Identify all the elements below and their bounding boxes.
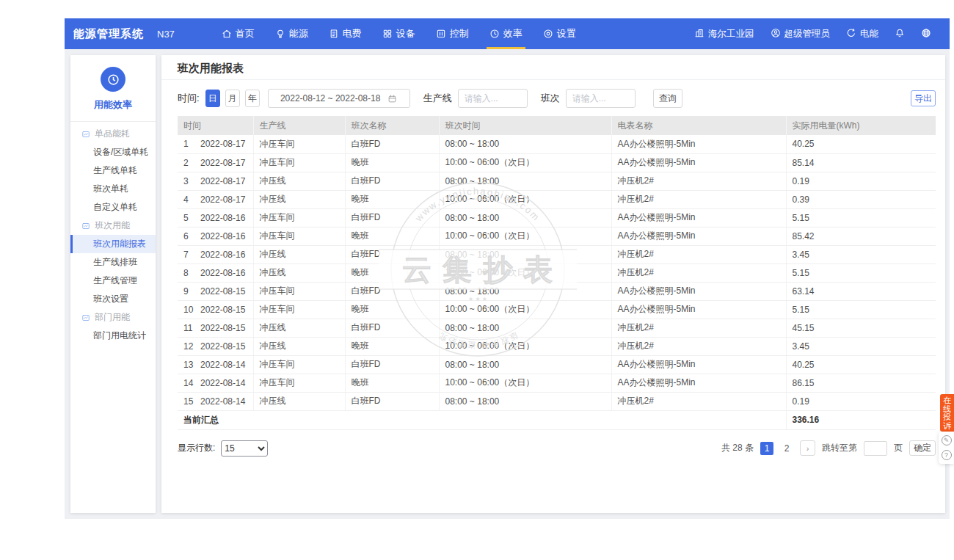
nav-item-设置[interactable]: 设置 [533, 18, 586, 49]
table-row[interactable]: 132022-08-14冲压车间白班FD08:00 ~ 18:00AA办公楼照明… [178, 355, 936, 374]
table-footer: 显示行数: 15 共 28 条 12 › 跳转至第 页 确定 [178, 440, 936, 457]
nav-item-能源[interactable]: 能源 [265, 18, 318, 49]
nav-right-超级管理员[interactable]: 超级管理员 [762, 28, 839, 40]
service-icon[interactable]: ✎ [942, 435, 952, 446]
date-range-picker[interactable]: 2022-08-12 ~ 2022-08-18 [268, 89, 410, 108]
cell-line: 冲压车间 [253, 227, 345, 245]
page-button-2[interactable]: 2 [780, 442, 793, 455]
table-row[interactable]: 82022-08-16冲压线晚班10:00 ~ 06:00（次日）冲压机2#5.… [178, 263, 936, 282]
cell-date: 32022-08-17 [178, 172, 253, 190]
sidebar-group-label: 单品能耗 [95, 128, 130, 140]
granularity-日-button[interactable]: 日 [205, 90, 220, 107]
efficiency-clock-icon [101, 67, 125, 92]
cell-line: 冲压车间 [253, 208, 345, 227]
sidebar-item-label: 自定义单耗 [93, 201, 137, 214]
jump-page-input[interactable] [864, 441, 887, 456]
sidebar-item-部门用电统计[interactable]: 部门用电统计 [70, 327, 156, 345]
sidebar-group-单品能耗[interactable]: 单品能耗 [70, 125, 156, 143]
export-button[interactable]: 导出 [911, 90, 936, 106]
sidebar-item-生产线单耗[interactable]: 生产线单耗 [70, 161, 156, 180]
row-number: 7 [183, 250, 195, 260]
control-icon [436, 29, 446, 39]
line-filter-input[interactable] [458, 89, 528, 108]
sidebar-item-设备/区域单耗[interactable]: 设备/区域单耗 [70, 143, 156, 161]
next-page-button[interactable]: › [800, 440, 815, 456]
main-content: 班次用能报表 时间: 日月年 2022-08-12 ~ 2022-08-18 生… [161, 55, 945, 513]
cell-shift: 晚班 [345, 153, 439, 172]
nav-item-label: 控制 [450, 27, 469, 40]
cell-date: 42022-08-17 [178, 190, 253, 208]
gear-icon [543, 29, 553, 39]
sidebar-group-班次用能[interactable]: 班次用能 [70, 217, 156, 235]
table-row[interactable]: 122022-08-15冲压线晚班10:00 ~ 06:00（次日）冲压机2#3… [178, 337, 936, 355]
cell-kwh: 3.45 [786, 337, 936, 355]
table-row[interactable]: 32022-08-17冲压线白班FD08:00 ~ 18:00冲压机2#0.19 [178, 172, 936, 190]
cell-time: 10:00 ~ 06:00（次日） [439, 337, 611, 355]
shift-filter-label: 班次 [541, 92, 560, 105]
shift-filter-input[interactable] [566, 89, 636, 108]
cell-kwh: 0.39 [786, 190, 936, 208]
granularity-月-button[interactable]: 月 [225, 90, 240, 107]
page-button-1[interactable]: 1 [760, 442, 773, 455]
table-row[interactable]: 42022-08-17冲压线晚班10:00 ~ 06:00（次日）冲压机2#0.… [178, 190, 936, 208]
sidebar-item-班次设置[interactable]: 班次设置 [70, 290, 156, 308]
clock-icon [489, 29, 500, 39]
time-filter-label: 时间: [178, 92, 200, 105]
cell-kwh: 63.14 [786, 282, 936, 300]
row-number: 4 [183, 194, 195, 205]
confirm-jump-button[interactable]: 确定 [909, 440, 936, 456]
sidebar-item-自定义单耗[interactable]: 自定义单耗 [70, 198, 156, 217]
sidebar-item-班次用能报表[interactable]: 班次用能报表 [70, 235, 156, 253]
table-row[interactable]: 62022-08-16冲压车间晚班10:00 ~ 06:00（次日）AA办公楼照… [178, 227, 936, 245]
nav-right-海尔工业园[interactable]: 海尔工业园 [686, 28, 762, 40]
cell-date: 112022-08-15 [178, 319, 253, 337]
bell-button[interactable] [886, 28, 913, 40]
cell-meter: AA办公楼照明-5Min [611, 374, 786, 392]
nav-item-设备[interactable]: 设备 [372, 18, 426, 49]
table-row[interactable]: 112022-08-15冲压线白班FD08:00 ~ 18:00冲压机2#45.… [178, 319, 936, 337]
nav-right-电能[interactable]: 电能 [838, 28, 886, 40]
sidebar-item-生产线排班[interactable]: 生产线排班 [70, 253, 156, 272]
help-icon[interactable]: ? [942, 450, 952, 460]
cell-meter: AA办公楼照明-5Min [611, 355, 786, 374]
row-number: 5 [183, 213, 195, 223]
sidebar-item-生产线管理[interactable]: 生产线管理 [70, 272, 156, 290]
cell-date: 12022-08-17 [178, 135, 253, 153]
globe-button[interactable] [913, 28, 939, 40]
table-row[interactable]: 22022-08-17冲压车间晚班10:00 ~ 06:00（次日）AA办公楼照… [178, 153, 936, 172]
column-header-班次名称: 班次名称 [345, 116, 439, 135]
nav-item-效率[interactable]: 效率 [479, 18, 533, 49]
rows-per-page-select[interactable]: 15 [221, 440, 268, 457]
cell-kwh: 40.25 [786, 355, 936, 374]
nav-item-首页[interactable]: 首页 [211, 18, 265, 49]
table-row[interactable]: 142022-08-14冲压车间晚班10:00 ~ 06:00（次日）AA办公楼… [178, 374, 936, 392]
column-header-时间: 时间 [178, 116, 253, 135]
sidebar-group-部门用能[interactable]: 部门用能 [70, 308, 156, 327]
row-number: 11 [183, 323, 195, 333]
table-row[interactable]: 12022-08-17冲压车间白班FD08:00 ~ 18:00AA办公楼照明-… [178, 135, 936, 153]
nav-item-控制[interactable]: 控制 [426, 18, 479, 49]
bulb-icon [275, 29, 285, 39]
table-row[interactable]: 152022-08-14冲压线白班FD08:00 ~ 18:00冲压机2#0.1… [178, 392, 936, 410]
module-badge: 用能效率 [70, 55, 156, 122]
table-row[interactable]: 72022-08-16冲压线白班FD08:00 ~ 18:00冲压机2#3.45 [178, 245, 936, 263]
nav-right-label: 海尔工业园 [708, 28, 754, 40]
app-title: 能源管理系统 [73, 27, 144, 41]
nav-item-电费[interactable]: 电费 [318, 18, 372, 49]
cell-date: 62022-08-16 [178, 227, 253, 245]
search-button[interactable]: 查询 [653, 89, 682, 108]
column-header-实际用电量(kWh): 实际用电量(kWh) [786, 116, 936, 135]
top-navbar: 能源管理系统 N37 首页能源电费设备控制效率设置 海尔工业园超级管理员电能 [65, 18, 950, 49]
page-buttons: 12 [760, 442, 793, 455]
granularity-年-button[interactable]: 年 [245, 90, 260, 107]
sidebar-item-班次单耗[interactable]: 班次单耗 [70, 180, 156, 198]
cell-time: 08:00 ~ 18:00 [439, 282, 611, 300]
table-row[interactable]: 52022-08-16冲压车间白班FD08:00 ~ 18:00AA办公楼照明-… [178, 208, 936, 227]
sidebar-item-label: 生产线排班 [93, 256, 137, 269]
table-row[interactable]: 102022-08-15冲压车间晚班10:00 ~ 06:00（次日）AA办公楼… [178, 300, 936, 319]
online-complaint-tab[interactable]: 在线投诉 [940, 394, 954, 432]
sidebar-item-label: 生产线管理 [93, 274, 137, 287]
table-row[interactable]: 92022-08-15冲压车间白班FD08:00 ~ 18:00AA办公楼照明-… [178, 282, 936, 300]
cell-shift: 晚班 [345, 337, 439, 355]
sidebar: 用能效率 单品能耗设备/区域单耗生产线单耗班次单耗自定义单耗班次用能班次用能报表… [70, 55, 156, 513]
